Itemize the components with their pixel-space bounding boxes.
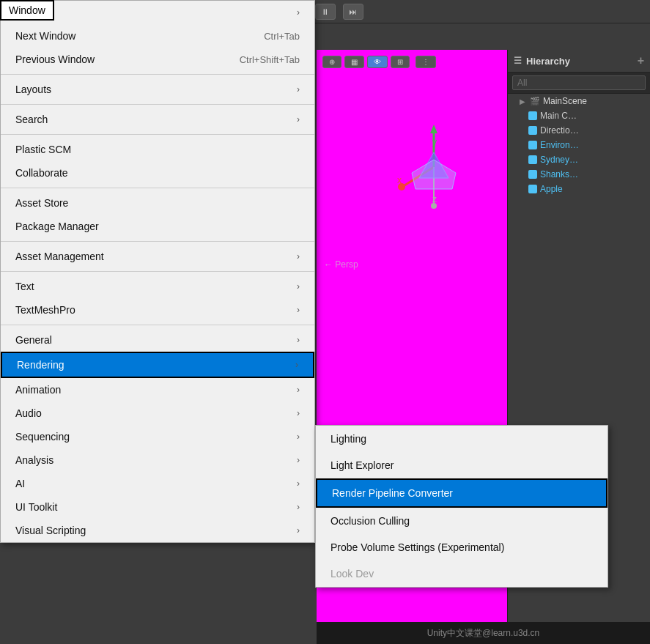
hierarchy-item-label: Sydney… [540, 155, 578, 165]
scene-more-btn[interactable]: ⋮ [416, 56, 436, 68]
menu-item-general[interactable]: General › [1, 328, 314, 352]
hierarchy-item-label: Directio… [540, 125, 579, 136]
hierarchy-item-directio[interactable]: Directio… [508, 123, 650, 138]
divider-1 [1, 74, 314, 75]
divider-2 [1, 104, 314, 105]
cube-icon [528, 126, 537, 135]
menu-item-search[interactable]: Search › [1, 108, 314, 131]
window-dropdown-menu: Panels › Next Window Ctrl+Tab Previous W… [0, 0, 315, 543]
arrow-icon: › [297, 281, 300, 292]
arrow-icon: › [297, 335, 300, 345]
arrow-icon: › [297, 478, 300, 489]
menu-item-asset-store[interactable]: Asset Store [1, 191, 314, 215]
arrow-icon: › [297, 385, 300, 395]
hierarchy-item-label: MainScene [543, 96, 587, 106]
hierarchy-search-row [508, 73, 650, 94]
step-button[interactable]: ⏭ [343, 4, 363, 20]
window-menu-button[interactable]: Window [0, 0, 54, 21]
watermark: Unity中文课堂@learn.u3d.cn [317, 622, 650, 644]
hierarchy-item-label: Shanks… [540, 169, 578, 179]
arrow-icon: › [297, 502, 300, 512]
svg-text:x: x [397, 175, 402, 185]
arrow-icon: › [297, 525, 300, 536]
pause-button[interactable]: ⏸ [315, 4, 336, 20]
scene-gizmo: y x z [390, 123, 478, 211]
arrow-icon: › [297, 7, 300, 18]
menu-item-animation[interactable]: Animation › [1, 378, 314, 401]
mainscene-icon: 🎬 [530, 97, 540, 106]
arrow-icon: › [297, 305, 300, 315]
menu-item-rendering[interactable]: Rendering › [1, 352, 314, 378]
menu-item-layouts[interactable]: Layouts › [1, 78, 314, 101]
menu-item-package-manager[interactable]: Package Manager [1, 215, 314, 238]
scene-layout-btn[interactable]: ▦ [344, 56, 364, 68]
hierarchy-item-sydney[interactable]: Sydney… [508, 152, 650, 167]
hierarchy-header: ☰ Hierarchy + [508, 50, 650, 73]
menu-item-text[interactable]: Text › [1, 275, 314, 298]
hierarchy-item-label: Apple [540, 184, 563, 194]
submenu-item-probe-volume-settings[interactable]: Probe Volume Settings (Experimental) [316, 534, 607, 560]
arrow-icon: › [295, 360, 298, 370]
submenu-item-occlusion-culling[interactable]: Occlusion Culling [316, 508, 607, 534]
svg-marker-10 [412, 160, 456, 189]
svg-text:y: y [432, 137, 437, 147]
arrow-icon: › [297, 455, 300, 465]
hierarchy-item-label: Environ… [540, 140, 579, 150]
menu-item-collaborate[interactable]: Collaborate [1, 161, 314, 185]
menu-item-audio[interactable]: Audio › [1, 401, 314, 425]
hierarchy-title: Hierarchy [526, 56, 570, 67]
hierarchy-item-mainscene[interactable]: ▶ 🎬 MainScene [508, 94, 650, 108]
submenu-item-render-pipeline-converter[interactable]: Render Pipeline Converter [316, 478, 607, 508]
menu-item-textmeshpro[interactable]: TextMeshPro › [1, 298, 314, 322]
divider-4 [1, 188, 314, 188]
menu-item-sequencing[interactable]: Sequencing › [1, 425, 314, 448]
menu-item-analysis[interactable]: Analysis › [1, 448, 314, 472]
divider-5 [1, 241, 314, 242]
hierarchy-item-environ[interactable]: Environ… [508, 138, 650, 152]
arrow-icon: › [297, 432, 300, 442]
menu-item-ui-toolkit[interactable]: UI Toolkit › [1, 495, 314, 519]
cube-icon-blue2 [528, 155, 537, 164]
arrow-icon: › [297, 84, 300, 95]
menu-item-previous-window[interactable]: Previous Window Ctrl+Shift+Tab [1, 48, 314, 71]
divider-3 [1, 134, 314, 135]
svg-text:z: z [432, 194, 437, 204]
hierarchy-item-shanks[interactable]: Shanks… [508, 167, 650, 182]
hierarchy-add-btn[interactable]: + [638, 54, 644, 67]
submenu-item-lighting[interactable]: Lighting [316, 426, 607, 452]
rendering-submenu: Lighting Light Explorer Render Pipeline … [315, 425, 608, 588]
cube-icon-blue3 [528, 170, 537, 179]
menu-item-ai[interactable]: AI › [1, 472, 314, 495]
divider-7 [1, 325, 314, 325]
menu-item-asset-management[interactable]: Asset Management › [1, 245, 314, 268]
scene-eye-btn[interactable]: 👁 [367, 56, 388, 68]
cube-icon [528, 111, 537, 120]
cube-icon-blue [528, 141, 537, 149]
menu-item-plastic-scm[interactable]: Plastic SCM [1, 138, 314, 161]
svg-marker-1 [430, 125, 437, 133]
menu-item-visual-scripting[interactable]: Visual Scripting › [1, 519, 314, 542]
hierarchy-search-input[interactable] [512, 75, 646, 90]
menu-item-next-window[interactable]: Next Window Ctrl+Tab [1, 24, 314, 48]
arrow-icon: › [297, 114, 300, 125]
submenu-item-look-dev: Look Dev [316, 560, 607, 587]
arrow-icon: › [297, 408, 300, 418]
persp-label: ← Persp [324, 259, 358, 270]
hierarchy-item-apple[interactable]: Apple [508, 182, 650, 196]
scene-grid-btn[interactable]: ⊞ [391, 56, 410, 68]
hierarchy-item-label: Main C… [540, 111, 577, 121]
cube-icon-blue4 [528, 185, 537, 193]
arrow-icon: › [297, 251, 300, 262]
submenu-item-light-explorer[interactable]: Light Explorer [316, 452, 607, 478]
hierarchy-item-mainc[interactable]: Main C… [508, 108, 650, 123]
scene-toolbar-btn[interactable]: ⊕ [322, 56, 341, 68]
divider-6 [1, 271, 314, 272]
hierarchy-icon: ☰ [514, 56, 522, 66]
